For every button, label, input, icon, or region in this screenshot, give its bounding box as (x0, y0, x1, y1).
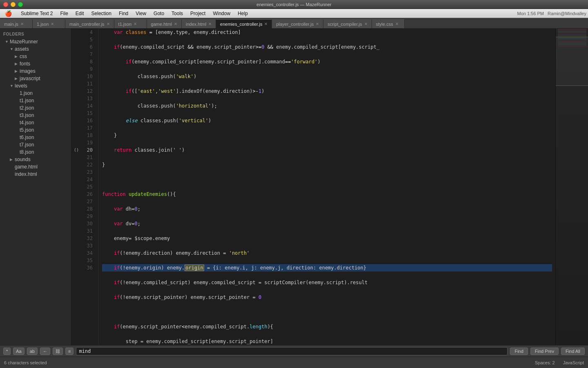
tab-1-json[interactable]: 1.json ✕ (33, 19, 65, 28)
sidebar-item-t5json[interactable]: ▶ t5.json (0, 126, 71, 134)
line-num-34: 34 (84, 249, 95, 257)
sidebar-item-gamehtml[interactable]: ▶ game.html (0, 163, 71, 171)
find-back-btn[interactable]: ← (40, 348, 50, 355)
line-num-32: 32 (84, 235, 95, 242)
sidebar-item-t4json[interactable]: ▶ t4.json (0, 119, 71, 126)
find-regex-btn[interactable]: * (3, 348, 11, 355)
tab-main-js[interactable]: main.js ✕ (0, 19, 33, 28)
tab-label: 1.json (37, 22, 49, 27)
sidebar-item-indexhtml[interactable]: ▶ index.html (0, 171, 71, 178)
line-numbers: 4 5 6 7 8 9 10 11 12 13 14 15 16 17 18 1… (80, 29, 99, 345)
line-num-5: 5 (84, 36, 95, 43)
tab-close-icon[interactable]: ✕ (316, 22, 319, 26)
menu-edit[interactable]: Edit (72, 10, 87, 17)
sidebar-item-mazerunner[interactable]: ▼ MazeRunner (0, 38, 71, 45)
menu-project[interactable]: Project (187, 10, 209, 17)
tab-close-icon[interactable]: ✕ (264, 22, 267, 26)
tab-index-html[interactable]: index.html ✕ (182, 19, 216, 28)
tab-label: script_compiler.js (327, 22, 362, 27)
line-num-11: 11 (84, 80, 95, 88)
tab-close-icon[interactable]: ✕ (20, 22, 24, 26)
sidebar-item-assets[interactable]: ▼ assets (0, 45, 71, 53)
sidebar-item-images[interactable]: ▶ images (0, 67, 71, 75)
find-prev-button[interactable]: Find Prev (530, 348, 559, 355)
code-line-5: if(enemy.compiled_script && enemy.script… (102, 43, 552, 51)
close-button[interactable] (3, 2, 8, 7)
find-case-btn[interactable]: Aa (13, 348, 24, 355)
find-context-btn[interactable]: ≡ (65, 348, 74, 355)
sidebar-item-1json[interactable]: ▶ 1.json (0, 90, 71, 97)
menu-file[interactable]: File (57, 10, 71, 17)
tab-script-compiler[interactable]: script_compiler.js ✕ (323, 19, 372, 28)
main-area: FOLDERS ▼ MazeRunner ▼ assets ▶ css ▶ fo… (0, 29, 588, 345)
line-num-21: 21 (84, 154, 95, 161)
clock: Mon 1:56 PM Ramin@Mindvalley (517, 11, 586, 16)
sidebar-item-t1json[interactable]: ▶ t1.json (0, 97, 71, 104)
sidebar-item-t3json[interactable]: ▶ t3.json (0, 112, 71, 119)
find-button[interactable]: Find (510, 348, 528, 355)
tab-close-icon[interactable]: ✕ (208, 22, 212, 26)
find-input[interactable] (76, 347, 508, 355)
tab-close-icon[interactable]: ✕ (174, 22, 177, 26)
menu-selection[interactable]: Selection (88, 10, 115, 17)
code-content[interactable]: var classes = [enemy.type, enemy.directi… (99, 29, 555, 345)
menu-view[interactable]: View (132, 10, 149, 17)
tab-close-icon[interactable]: ✕ (134, 22, 137, 26)
code-line-10: else classes.push('vertical') (102, 117, 552, 124)
code-scroll[interactable]: () 4 5 6 (71, 29, 588, 345)
line-num-26: 26 (84, 191, 95, 198)
statusbar: 6 characters selected Spaces: 2 JavaScri… (0, 357, 588, 368)
menu-tools[interactable]: Tools (168, 10, 186, 17)
tab-close-icon[interactable]: ✕ (107, 22, 110, 26)
sidebar-item-sounds[interactable]: ▶ sounds (0, 156, 71, 163)
code-line-19: if(!enemy.direction) enemy.direction = '… (102, 249, 552, 257)
sidebar-item-t2json[interactable]: ▶ t2.json (0, 104, 71, 112)
menu-help[interactable]: Help (234, 10, 251, 17)
menu-goto[interactable]: Goto (150, 10, 167, 17)
tab-game-html[interactable]: game.html ✕ (147, 19, 182, 28)
sidebar-item-levels[interactable]: ▼ levels (0, 82, 71, 90)
menu-sublime[interactable]: Sublime Text 2 (18, 10, 56, 17)
maximize-button[interactable] (18, 2, 23, 7)
tab-close-icon[interactable]: ✕ (51, 22, 54, 26)
tab-label: main_controller.js (69, 22, 105, 27)
menu-find[interactable]: Find (116, 10, 131, 17)
code-line-16: var dh=0; (102, 205, 552, 213)
menubar: 🍎 Sublime Text 2 File Edit Selection Fin… (0, 9, 588, 18)
tab-close-icon[interactable]: ✕ (395, 22, 399, 26)
code-editor[interactable]: () 4 5 6 (71, 29, 588, 345)
code-line-15: function updateEnemies(){ (102, 191, 552, 198)
tab-t1-json[interactable]: t1.json ✕ (114, 19, 147, 28)
find-word-btn[interactable]: ab (27, 348, 38, 355)
find-chain-btn[interactable]: ⛓ (53, 348, 63, 355)
tab-label: player_controller.js (276, 22, 314, 27)
tab-close-icon[interactable]: ✕ (364, 22, 368, 26)
line-num-7: 7 (84, 51, 95, 58)
code-line-9: classes.push('horizontal'); (102, 102, 552, 110)
sidebar-item-javascript[interactable]: ▶ javascript (0, 75, 71, 82)
code-line-4: var classes = [enemy.type, enemy.directi… (102, 29, 552, 36)
tab-enemies-controller[interactable]: enemies_controller.js ✕ (216, 19, 272, 28)
line-num-30: 30 (84, 220, 95, 227)
line-num-22: 22 (84, 161, 95, 168)
tab-player-controller[interactable]: player_controller.js ✕ (272, 19, 323, 28)
tabbar: main.js ✕ 1.json ✕ main_controller.js ✕ … (0, 18, 588, 29)
tab-style-css[interactable]: style.css ✕ (372, 19, 405, 28)
menu-window[interactable]: Window (209, 10, 234, 17)
sidebar-item-fonts[interactable]: ▶ fonts (0, 60, 71, 67)
sidebar-item-t8json[interactable]: ▶ t8.json (0, 148, 71, 156)
tab-label: enemies_controller.js (220, 22, 262, 27)
sidebar-item-t6json[interactable]: ▶ t6.json (0, 134, 71, 141)
line-num-8: 8 (84, 58, 95, 65)
line-num-16: 16 (84, 117, 95, 124)
window-title: enemies_controller.js — MazeRunner (256, 2, 331, 7)
apple-menu[interactable]: 🍎 (2, 10, 15, 17)
find-all-button[interactable]: Find All (561, 348, 585, 355)
line-num-18: 18 (84, 132, 95, 139)
folders-heading: FOLDERS (0, 30, 71, 38)
minimize-button[interactable] (11, 2, 16, 7)
sidebar-item-css[interactable]: ▶ css (0, 53, 71, 60)
code-line-22: if(!enemy.script_pointer) enemy.script_p… (102, 294, 552, 301)
tab-main-controller[interactable]: main_controller.js ✕ (65, 19, 114, 28)
sidebar-item-t7json[interactable]: ▶ t7.json (0, 141, 71, 148)
